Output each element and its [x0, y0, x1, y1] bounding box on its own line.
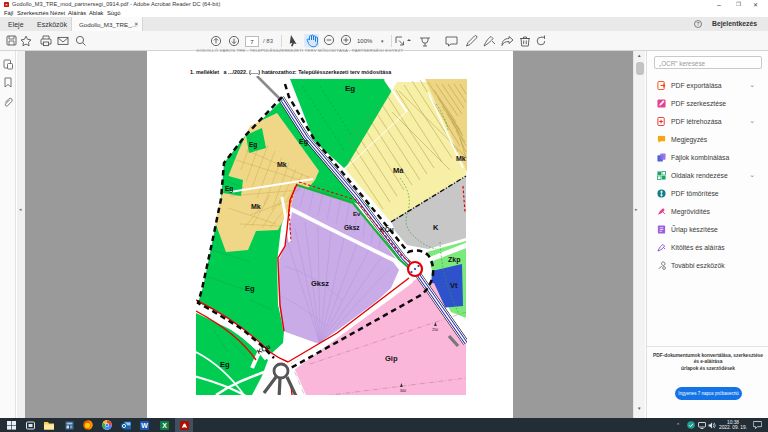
svg-text:Gip: Gip: [385, 354, 398, 363]
svg-text:Má: Má: [393, 166, 404, 175]
svg-text:Vt: Vt: [450, 281, 458, 290]
svg-text:250: 250: [432, 328, 438, 332]
svg-text:KÖu: KÖu: [380, 225, 394, 233]
svg-text:Eg: Eg: [245, 284, 255, 293]
svg-text:Mk: Mk: [251, 203, 261, 210]
svg-text:Mk: Mk: [277, 161, 287, 168]
svg-text:Eg: Eg: [299, 138, 308, 146]
svg-text:Gksz: Gksz: [344, 224, 360, 231]
svg-text:Eg: Eg: [345, 84, 355, 93]
svg-text:300: 300: [400, 389, 406, 393]
svg-text:K: K: [433, 223, 439, 232]
svg-text:Eg: Eg: [249, 141, 257, 149]
svg-text:?: ?: [697, 20, 700, 26]
svg-text:Mk: Mk: [456, 155, 466, 162]
svg-text:Gksz: Gksz: [311, 279, 329, 288]
svg-text:X: X: [162, 422, 167, 429]
svg-text:W: W: [141, 422, 148, 429]
svg-text:Eg: Eg: [225, 185, 233, 193]
svg-text:Zkp: Zkp: [448, 256, 460, 264]
svg-text:Eg: Eg: [220, 360, 230, 369]
svg-text:Ev: Ev: [353, 211, 361, 217]
